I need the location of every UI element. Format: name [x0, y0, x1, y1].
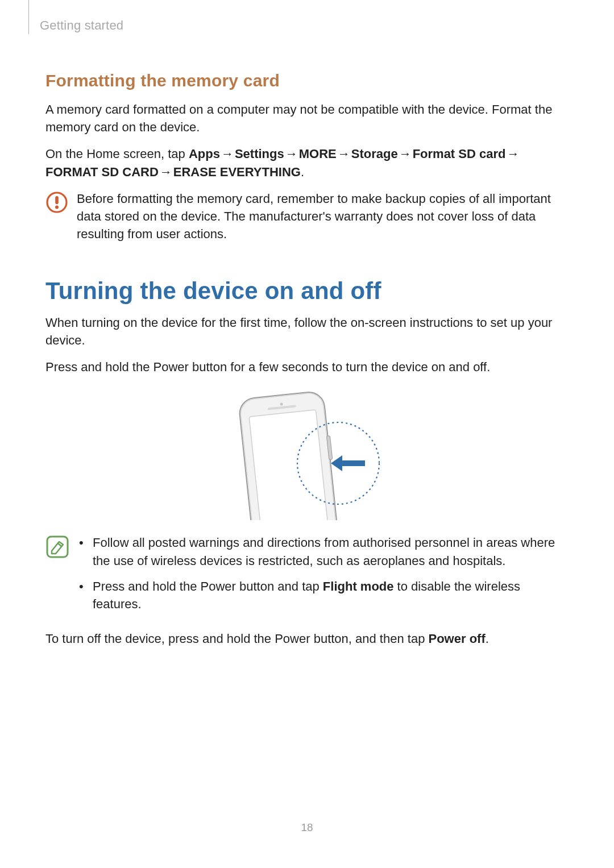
- nav-step: FORMAT SD CARD: [45, 165, 159, 179]
- heading-turning-device-on-off: Turning the device on and off: [45, 277, 569, 305]
- arrow-icon: →: [398, 145, 413, 163]
- note-bullet-flight-mode: Press and hold the Power button and tap …: [77, 578, 569, 613]
- turn-on-first-time-paragraph: When turning on the device for the first…: [45, 314, 569, 349]
- note-bullet-list: Follow all posted warnings and direction…: [77, 534, 569, 613]
- nav-step: MORE: [299, 147, 337, 161]
- note-bullet-warnings: Follow all posted warnings and direction…: [77, 534, 569, 569]
- breadcrumb: Getting started: [40, 18, 123, 33]
- svg-rect-10: [47, 537, 68, 557]
- page-number: 18: [0, 821, 614, 834]
- caution-paragraph: Before formatting the memory card, remem…: [77, 190, 569, 243]
- nav-step: Settings: [235, 147, 284, 161]
- device-illustration-wrap: [45, 389, 569, 520]
- formatting-intro-paragraph: A memory card formatted on a computer ma…: [45, 101, 569, 136]
- caution-block: Before formatting the memory card, remem…: [45, 190, 569, 243]
- caution-icon-col: [45, 190, 77, 216]
- arrow-icon: →: [220, 145, 235, 163]
- flight-mode-bold: Flight mode: [323, 579, 394, 593]
- note-icon-col: [45, 534, 77, 561]
- nav-step: Format SD card: [413, 147, 506, 161]
- header-rule: [28, 0, 29, 34]
- power-off-paragraph: To turn off the device, press and hold t…: [45, 630, 569, 647]
- note-text: Follow all posted warnings and direction…: [77, 534, 569, 621]
- arrow-icon: →: [337, 145, 351, 163]
- nav-suffix: .: [301, 165, 304, 179]
- heading-formatting-memory-card: Formatting the memory card: [45, 71, 569, 90]
- power-button-paragraph: Press and hold the Power button for a fe…: [45, 358, 569, 376]
- page-header: Getting started: [45, 17, 569, 40]
- formatting-nav-path: On the Home screen, tap Apps → Settings …: [45, 145, 569, 180]
- power-off-bold: Power off: [429, 632, 486, 646]
- power-off-post: .: [486, 632, 489, 646]
- svg-point-2: [55, 205, 59, 209]
- caution-icon: [45, 191, 68, 214]
- nav-prefix: On the Home screen, tap: [45, 147, 189, 161]
- note-block: Follow all posted warnings and direction…: [45, 534, 569, 621]
- arrow-icon: →: [505, 145, 520, 163]
- nav-step: Storage: [351, 147, 398, 161]
- arrow-icon: [331, 455, 365, 471]
- svg-rect-1: [55, 196, 59, 204]
- arrow-icon: →: [159, 163, 173, 181]
- caution-text: Before formatting the memory card, remem…: [77, 190, 569, 243]
- page: Getting started Formatting the memory ca…: [0, 0, 614, 868]
- nav-step: Apps: [189, 147, 220, 161]
- note-icon: [45, 535, 69, 559]
- device-power-button-illustration: [233, 389, 381, 520]
- nav-step: ERASE EVERYTHING: [173, 165, 301, 179]
- flight-mode-pre: Press and hold the Power button and tap: [93, 579, 323, 593]
- arrow-icon: →: [284, 145, 299, 163]
- power-off-pre: To turn off the device, press and hold t…: [45, 632, 429, 646]
- svg-rect-5: [249, 410, 329, 520]
